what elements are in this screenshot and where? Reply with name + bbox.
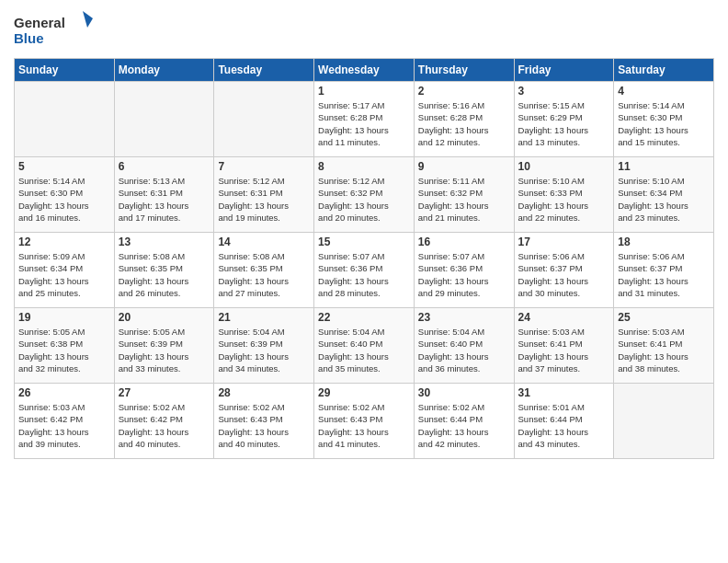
day-info: Sunrise: 5:12 AM Sunset: 6:31 PM Dayligh… <box>218 175 310 224</box>
day-cell: 5Sunrise: 5:14 AM Sunset: 6:30 PM Daylig… <box>15 157 115 233</box>
day-info: Sunrise: 5:06 AM Sunset: 6:37 PM Dayligh… <box>518 250 610 299</box>
day-cell: 30Sunrise: 5:02 AM Sunset: 6:44 PM Dayli… <box>414 384 514 459</box>
day-cell: 27Sunrise: 5:02 AM Sunset: 6:42 PM Dayli… <box>114 384 214 459</box>
day-number: 25 <box>618 311 710 324</box>
day-cell <box>114 82 214 157</box>
logo-svg: General Blue <box>14 9 97 51</box>
weekday-header-friday: Friday <box>514 59 614 82</box>
day-info: Sunrise: 5:10 AM Sunset: 6:33 PM Dayligh… <box>518 175 610 224</box>
day-cell: 11Sunrise: 5:10 AM Sunset: 6:34 PM Dayli… <box>614 157 714 233</box>
day-info: Sunrise: 5:09 AM Sunset: 6:34 PM Dayligh… <box>18 250 110 299</box>
day-info: Sunrise: 5:07 AM Sunset: 6:36 PM Dayligh… <box>418 250 510 299</box>
day-cell <box>614 384 714 459</box>
calendar-page: General Blue SundayMondayTuesdayWednesda… <box>0 0 728 468</box>
day-cell: 22Sunrise: 5:04 AM Sunset: 6:40 PM Dayli… <box>314 308 415 384</box>
day-number: 3 <box>518 85 610 98</box>
day-info: Sunrise: 5:02 AM Sunset: 6:42 PM Dayligh… <box>119 401 210 450</box>
day-number: 20 <box>119 311 210 324</box>
week-row-3: 19Sunrise: 5:05 AM Sunset: 6:38 PM Dayli… <box>15 308 714 384</box>
day-info: Sunrise: 5:13 AM Sunset: 6:31 PM Dayligh… <box>119 175 210 224</box>
day-cell: 31Sunrise: 5:01 AM Sunset: 6:44 PM Dayli… <box>514 384 614 459</box>
day-number: 11 <box>618 160 710 173</box>
day-number: 6 <box>119 160 210 173</box>
day-info: Sunrise: 5:15 AM Sunset: 6:29 PM Dayligh… <box>518 99 610 148</box>
day-number: 15 <box>318 236 410 248</box>
day-info: Sunrise: 5:10 AM Sunset: 6:34 PM Dayligh… <box>618 175 710 224</box>
day-cell: 25Sunrise: 5:03 AM Sunset: 6:41 PM Dayli… <box>614 308 714 384</box>
weekday-header-monday: Monday <box>114 59 214 82</box>
weekday-header-sunday: Sunday <box>15 59 115 82</box>
day-number: 23 <box>418 311 510 324</box>
day-number: 1 <box>318 85 410 98</box>
day-cell: 19Sunrise: 5:05 AM Sunset: 6:38 PM Dayli… <box>15 308 115 384</box>
day-number: 18 <box>618 236 710 248</box>
day-cell: 7Sunrise: 5:12 AM Sunset: 6:31 PM Daylig… <box>214 157 314 233</box>
day-info: Sunrise: 5:06 AM Sunset: 6:37 PM Dayligh… <box>618 250 710 299</box>
day-info: Sunrise: 5:03 AM Sunset: 6:41 PM Dayligh… <box>618 326 710 374</box>
day-info: Sunrise: 5:04 AM Sunset: 6:40 PM Dayligh… <box>418 326 510 374</box>
day-cell: 9Sunrise: 5:11 AM Sunset: 6:32 PM Daylig… <box>414 157 514 233</box>
day-cell <box>214 82 314 157</box>
svg-marker-3 <box>83 11 93 28</box>
day-cell: 6Sunrise: 5:13 AM Sunset: 6:31 PM Daylig… <box>114 157 214 233</box>
day-number: 9 <box>418 160 510 173</box>
day-cell: 2Sunrise: 5:16 AM Sunset: 6:28 PM Daylig… <box>414 82 514 157</box>
svg-text:Blue: Blue <box>14 30 44 46</box>
day-info: Sunrise: 5:17 AM Sunset: 6:28 PM Dayligh… <box>318 99 410 148</box>
day-number: 24 <box>518 311 610 324</box>
day-number: 21 <box>218 311 310 324</box>
calendar-table: SundayMondayTuesdayWednesdayThursdayFrid… <box>14 58 714 459</box>
day-number: 28 <box>218 386 310 399</box>
day-cell: 20Sunrise: 5:05 AM Sunset: 6:39 PM Dayli… <box>114 308 214 384</box>
logo: General Blue <box>14 9 97 51</box>
day-info: Sunrise: 5:14 AM Sunset: 6:30 PM Dayligh… <box>618 99 710 148</box>
day-cell: 17Sunrise: 5:06 AM Sunset: 6:37 PM Dayli… <box>514 233 614 308</box>
day-info: Sunrise: 5:14 AM Sunset: 6:30 PM Dayligh… <box>18 175 110 224</box>
day-number: 30 <box>418 386 510 399</box>
day-info: Sunrise: 5:03 AM Sunset: 6:41 PM Dayligh… <box>518 326 610 374</box>
day-info: Sunrise: 5:01 AM Sunset: 6:44 PM Dayligh… <box>518 401 610 450</box>
day-info: Sunrise: 5:02 AM Sunset: 6:44 PM Dayligh… <box>418 401 510 450</box>
day-number: 4 <box>618 85 710 98</box>
day-info: Sunrise: 5:02 AM Sunset: 6:43 PM Dayligh… <box>318 401 410 450</box>
day-cell: 12Sunrise: 5:09 AM Sunset: 6:34 PM Dayli… <box>15 233 115 308</box>
weekday-header-tuesday: Tuesday <box>214 59 314 82</box>
day-cell: 18Sunrise: 5:06 AM Sunset: 6:37 PM Dayli… <box>614 233 714 308</box>
weekday-header-wednesday: Wednesday <box>314 59 415 82</box>
day-info: Sunrise: 5:07 AM Sunset: 6:36 PM Dayligh… <box>318 250 410 299</box>
day-cell: 4Sunrise: 5:14 AM Sunset: 6:30 PM Daylig… <box>614 82 714 157</box>
day-number: 26 <box>18 386 110 399</box>
day-cell: 23Sunrise: 5:04 AM Sunset: 6:40 PM Dayli… <box>414 308 514 384</box>
day-info: Sunrise: 5:11 AM Sunset: 6:32 PM Dayligh… <box>418 175 510 224</box>
day-number: 14 <box>218 236 310 248</box>
day-number: 10 <box>518 160 610 173</box>
day-info: Sunrise: 5:05 AM Sunset: 6:38 PM Dayligh… <box>18 326 110 374</box>
weekday-header-row: SundayMondayTuesdayWednesdayThursdayFrid… <box>15 59 714 82</box>
header: General Blue <box>14 9 714 51</box>
day-info: Sunrise: 5:12 AM Sunset: 6:32 PM Dayligh… <box>318 175 410 224</box>
day-number: 27 <box>119 386 210 399</box>
week-row-4: 26Sunrise: 5:03 AM Sunset: 6:42 PM Dayli… <box>15 384 714 459</box>
day-info: Sunrise: 5:08 AM Sunset: 6:35 PM Dayligh… <box>218 250 310 299</box>
weekday-header-saturday: Saturday <box>614 59 714 82</box>
day-info: Sunrise: 5:05 AM Sunset: 6:39 PM Dayligh… <box>119 326 210 374</box>
day-cell: 3Sunrise: 5:15 AM Sunset: 6:29 PM Daylig… <box>514 82 614 157</box>
day-cell: 8Sunrise: 5:12 AM Sunset: 6:32 PM Daylig… <box>314 157 415 233</box>
day-number: 16 <box>418 236 510 248</box>
day-info: Sunrise: 5:04 AM Sunset: 6:39 PM Dayligh… <box>218 326 310 374</box>
day-number: 22 <box>318 311 410 324</box>
day-number: 17 <box>518 236 610 248</box>
day-cell: 16Sunrise: 5:07 AM Sunset: 6:36 PM Dayli… <box>414 233 514 308</box>
day-cell: 1Sunrise: 5:17 AM Sunset: 6:28 PM Daylig… <box>314 82 415 157</box>
day-cell: 14Sunrise: 5:08 AM Sunset: 6:35 PM Dayli… <box>214 233 314 308</box>
day-cell: 29Sunrise: 5:02 AM Sunset: 6:43 PM Dayli… <box>314 384 415 459</box>
svg-text:General: General <box>14 15 65 30</box>
day-cell: 13Sunrise: 5:08 AM Sunset: 6:35 PM Dayli… <box>114 233 214 308</box>
day-cell: 15Sunrise: 5:07 AM Sunset: 6:36 PM Dayli… <box>314 233 415 308</box>
day-info: Sunrise: 5:03 AM Sunset: 6:42 PM Dayligh… <box>18 401 110 450</box>
week-row-1: 5Sunrise: 5:14 AM Sunset: 6:30 PM Daylig… <box>15 157 714 233</box>
day-number: 5 <box>18 160 110 173</box>
day-number: 12 <box>18 236 110 248</box>
day-number: 31 <box>518 386 610 399</box>
day-number: 7 <box>218 160 310 173</box>
